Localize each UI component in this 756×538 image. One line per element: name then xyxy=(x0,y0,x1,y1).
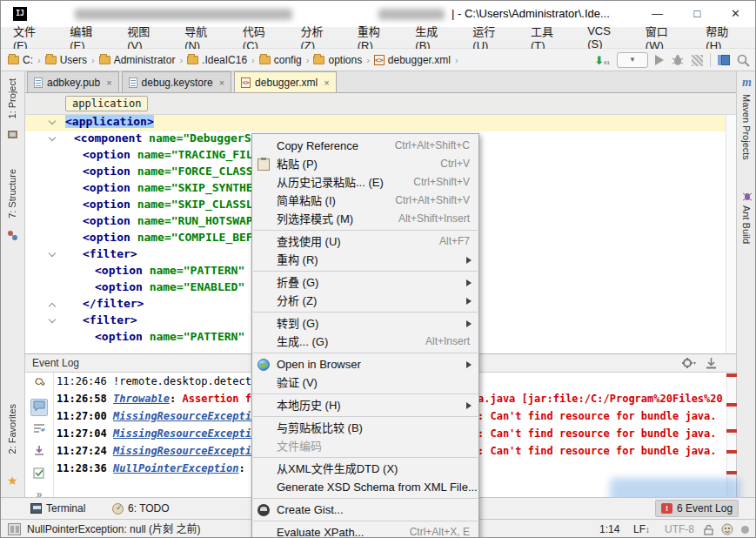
editor-tab[interactable]: adbkey.pub× xyxy=(27,71,119,92)
close-icon[interactable]: × xyxy=(106,77,111,88)
dock-icon[interactable] xyxy=(706,358,717,369)
breadcrumb: C:›Users›Administrator›.IdeaIC16›config›… xyxy=(8,54,463,66)
context-menu-item[interactable]: Open in Browser xyxy=(252,355,478,373)
fold-icon[interactable] xyxy=(49,134,56,141)
context-menu-item[interactable]: 生成... (G)Alt+Insert xyxy=(252,333,478,351)
mark-read-icon[interactable] xyxy=(30,467,48,484)
run-icon[interactable] xyxy=(655,55,664,65)
show-balloons-icon[interactable] xyxy=(30,399,48,416)
exception-link[interactable]: MissingResourceException xyxy=(113,427,264,440)
context-menu-item[interactable]: Generate XSD Schema from XML File... xyxy=(252,478,478,496)
context-menu-item[interactable]: 折叠 (G) xyxy=(252,273,478,292)
tool-window-terminal[interactable]: Terminal xyxy=(25,500,90,517)
context-menu-item[interactable]: Create Gist... xyxy=(252,501,478,519)
log-colon: : xyxy=(170,393,182,405)
context-menu-item[interactable]: 转到 (G) xyxy=(252,314,478,333)
code-token: name= xyxy=(137,148,171,161)
debug-icon[interactable] xyxy=(671,54,685,66)
menu-separator xyxy=(253,312,478,313)
context-menu-item[interactable]: 从历史记录粘贴... (E)Ctrl+Shift+V xyxy=(252,173,478,192)
editor-tab[interactable]: <>debugger.xml× xyxy=(234,71,336,92)
menubar-item[interactable]: 分析 (Z) xyxy=(291,23,348,52)
sidebar-item-ant-build[interactable]: Ant Build xyxy=(741,205,752,244)
breadcrumb-item[interactable]: Administrator› xyxy=(99,54,187,66)
file-encoding[interactable]: UTF-8 xyxy=(665,520,694,538)
context-menu-item[interactable]: 查找使用 (U)Alt+F7 xyxy=(252,232,478,251)
tool-window-event-log[interactable]: ! 6 Event Log xyxy=(655,500,739,517)
context-menu-item[interactable]: 分析 (Z) xyxy=(252,292,478,310)
error-stripe-mark xyxy=(726,403,737,407)
close-icon[interactable]: × xyxy=(324,77,329,88)
fold-icon[interactable] xyxy=(49,250,56,257)
breadcrumb-item[interactable]: <>debugger.xml› xyxy=(374,54,463,66)
breadcrumb-item[interactable]: C:› xyxy=(8,54,45,66)
settings-wrench-icon[interactable] xyxy=(30,376,48,393)
close-icon[interactable]: × xyxy=(219,77,224,88)
context-menu-item[interactable]: 本地历史 (H) xyxy=(252,396,478,414)
update-icon[interactable]: ⬇01 xyxy=(594,54,610,67)
gear-icon[interactable] xyxy=(682,358,696,369)
sidebar-item-structure[interactable]: 7: Structure xyxy=(7,169,17,219)
menubar-item[interactable]: 视图 (V) xyxy=(118,23,176,52)
tool-window-switcher-icon[interactable] xyxy=(8,523,21,535)
context-menu-item[interactable]: 列选择模式 (M)Alt+Shift+Insert xyxy=(252,210,478,228)
exception-link[interactable]: MissingResourceException xyxy=(113,410,264,422)
sidebar-item-favorites[interactable]: 2: Favorites xyxy=(7,404,17,454)
line-separator-selector[interactable]: LF↕ xyxy=(633,520,650,538)
menubar-item[interactable]: 窗口 (W) xyxy=(637,23,697,52)
menubar-item[interactable]: 帮助 (H) xyxy=(697,23,755,52)
coverage-icon[interactable] xyxy=(692,55,703,66)
scroll-to-end-icon[interactable] xyxy=(30,444,48,461)
lock-icon[interactable] xyxy=(704,524,713,535)
exception-link[interactable]: Throwable xyxy=(113,393,170,405)
breadcrumb-item[interactable]: options› xyxy=(313,54,373,66)
breadcrumb-item[interactable]: .IdeaIC16› xyxy=(187,54,259,66)
menubar-item[interactable]: 重构 (R) xyxy=(349,23,407,52)
tool-window-todo[interactable]: 6: TODO xyxy=(107,500,175,517)
menubar-item[interactable]: 生成 (B) xyxy=(406,23,464,52)
menubar-item[interactable]: 导航 (N) xyxy=(176,23,234,52)
error-stripe-mark xyxy=(726,450,737,454)
error-stripe-mark xyxy=(726,471,737,474)
fold-icon[interactable] xyxy=(49,303,56,310)
context-menu-item[interactable]: Evaluate XPath...Ctrl+Alt+X, E xyxy=(252,523,478,538)
soft-wrap-icon[interactable] xyxy=(30,421,48,439)
menubar-item[interactable]: 工具 (T) xyxy=(522,23,579,52)
editor-tab[interactable]: debug.keystore× xyxy=(122,71,232,92)
breadcrumb-item[interactable]: Users› xyxy=(45,54,99,66)
menu-shortcut: Ctrl+V xyxy=(440,155,470,173)
menubar-item[interactable]: 运行 (U) xyxy=(464,23,522,52)
tag-breadcrumb[interactable]: application xyxy=(65,96,148,111)
tab-label: adbkey.pub xyxy=(47,77,100,89)
run-config-combo[interactable]: ▼ xyxy=(617,52,648,68)
caret-position[interactable]: 1:14 xyxy=(599,520,619,538)
editor-scrollbar[interactable] xyxy=(726,115,736,353)
menubar-item[interactable]: VCS (S) xyxy=(579,24,637,50)
context-menu-item[interactable]: 从XML文件生成DTD (X) xyxy=(252,460,478,478)
code-token: name= xyxy=(150,280,184,293)
folder-icon xyxy=(313,56,324,64)
context-menu-item[interactable]: 验证 (V) xyxy=(252,373,478,392)
exception-link[interactable]: NullPointerException xyxy=(113,462,239,474)
fold-icon[interactable] xyxy=(49,316,56,323)
code-token: name= xyxy=(149,131,183,145)
sidebar-item-maven-projects[interactable]: Maven Projects xyxy=(741,94,752,160)
menubar-item[interactable]: 文件 (F) xyxy=(4,23,61,52)
context-menu-item[interactable]: 与剪贴板比较 (B) xyxy=(252,419,478,437)
breadcrumb-item[interactable]: config› xyxy=(259,54,314,66)
menubar-item[interactable]: 代码 (C) xyxy=(234,23,292,52)
context-menu-item[interactable]: 粘贴 (P)Ctrl+V xyxy=(252,155,478,173)
menubar-item[interactable]: 编辑 (E) xyxy=(61,23,118,52)
context-menu-item[interactable]: 简单粘贴 (I)Ctrl+Alt+Shift+V xyxy=(252,192,478,210)
context-menu-item[interactable]: Copy ReferenceCtrl+Alt+Shift+C xyxy=(252,137,478,155)
code-token: <option xyxy=(95,330,150,343)
context-menu-item[interactable]: 重构 (R) xyxy=(252,251,478,269)
left-tool-window-bar: 1: Project 7: Structure 2: Favorites ★ xyxy=(1,71,25,497)
changes-view-icon[interactable] xyxy=(718,55,730,65)
exception-link[interactable]: MissingResourceException xyxy=(113,445,264,457)
status-message[interactable]: NullPointerException: null (片刻 之前) xyxy=(27,520,200,538)
inspector-hector-icon[interactable] xyxy=(721,523,733,535)
search-icon[interactable] xyxy=(737,54,750,67)
sidebar-item-project[interactable]: 1: Project xyxy=(7,78,17,118)
menu-separator xyxy=(253,416,478,417)
